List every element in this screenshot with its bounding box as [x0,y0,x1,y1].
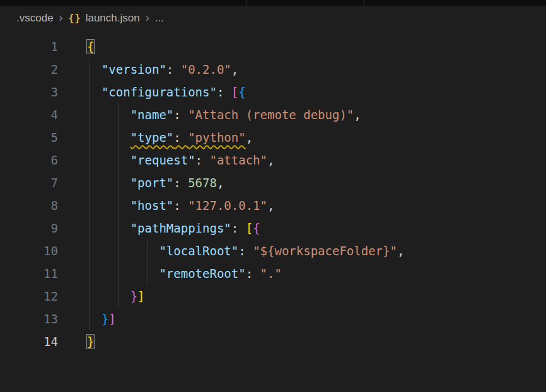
line-number[interactable]: 1 [0,35,58,58]
line-number[interactable]: 7 [0,171,58,194]
line-number[interactable]: 10 [0,239,58,262]
code-line-content: "name": "Attach (remote debug)", [87,103,361,126]
breadcrumb-file[interactable]: {} launch.json [69,12,140,25]
line-number[interactable]: 2 [0,58,58,81]
code-line[interactable]: 2 "version": "0.2.0", [0,58,546,81]
chevron-right-icon: › [59,11,63,25]
line-number[interactable]: 3 [0,81,58,103]
line-number[interactable]: 5 [0,126,58,149]
code-line-content: "localRoot": "${workspaceFolder}", [87,239,404,262]
code-line-content: }] [87,285,145,308]
line-number[interactable]: 9 [0,217,58,239]
code-lines: 1{2 "version": "0.2.0",3 "configurations… [0,31,546,353]
chevron-right-icon: › [146,11,149,25]
matched-bracket: } [87,335,94,349]
code-line[interactable]: 13 }] [0,308,546,330]
code-line[interactable]: 11 "remoteRoot": "." [0,262,546,285]
code-line-content: "pathMappings": [{ [87,217,260,239]
code-line[interactable]: 6 "request": "attach", [0,149,546,171]
code-line-content: } [87,330,94,353]
code-line[interactable]: 12 }] [0,285,546,308]
line-number[interactable]: 14 [0,330,58,353]
code-line-content: "host": "127.0.0.1", [87,194,274,217]
breadcrumb-symbol[interactable]: ... [155,12,164,25]
code-line[interactable]: 8 "host": "127.0.0.1", [0,194,546,217]
line-number[interactable]: 11 [0,262,58,285]
json-braces-icon: {} [69,13,81,24]
code-line[interactable]: 14} [0,330,546,353]
breadcrumb-file-label: launch.json [86,12,140,25]
tab-divider [363,0,364,6]
code-line[interactable]: 3 "configurations": [{ [0,81,546,103]
code-line-content: "version": "0.2.0", [87,58,238,81]
code-line[interactable]: 7 "port": 5678, [0,171,546,194]
line-number[interactable]: 6 [0,149,58,171]
line-number[interactable]: 4 [0,103,58,126]
line-number[interactable]: 12 [0,285,58,308]
code-line-content: "remoteRoot": "." [87,262,282,285]
code-line-content: }] [87,308,116,330]
editor[interactable]: 1{2 "version": "0.2.0",3 "configurations… [0,31,546,353]
code-line[interactable]: 5 "type": "python", [0,126,546,149]
line-number[interactable]: 13 [0,308,58,330]
breadcrumb: .vscode › {} launch.json › ... [0,6,546,31]
breadcrumb-folder[interactable]: .vscode [16,12,54,25]
code-line[interactable]: 9 "pathMappings": [{ [0,217,546,239]
matched-bracket: { [87,40,94,54]
tab-divider [246,0,247,6]
code-line[interactable]: 10 "localRoot": "${workspaceFolder}", [0,239,546,262]
tab-bar-edge [0,0,546,6]
code-line-content: "type": "python", [87,126,253,149]
code-line-content: "port": 5678, [87,171,224,194]
code-line-content: "request": "attach", [87,149,274,171]
code-line-content: { [87,35,94,58]
code-line[interactable]: 1{ [0,35,546,58]
code-line-content: "configurations": [{ [87,81,246,103]
line-number[interactable]: 8 [0,194,58,217]
code-line[interactable]: 4 "name": "Attach (remote debug)", [0,103,546,126]
